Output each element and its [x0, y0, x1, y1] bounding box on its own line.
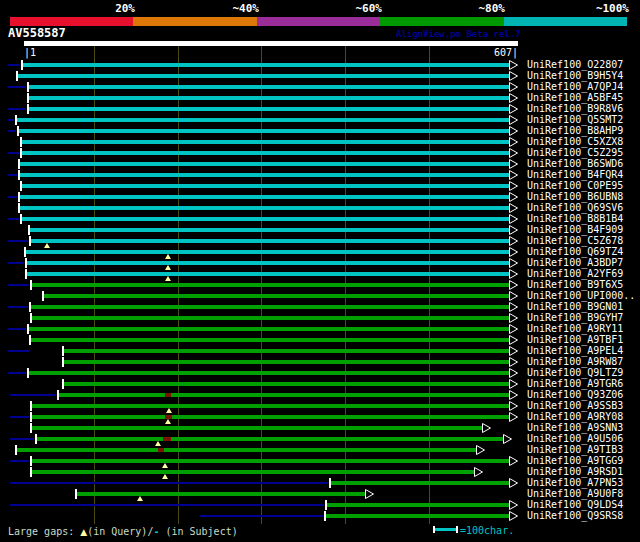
hit-label[interactable]: UniRef100_A3BDP7: [527, 257, 623, 268]
hit-label[interactable]: UniRef100_A9RW87: [527, 356, 623, 367]
hit-label[interactable]: UniRef100_B9GYH7: [527, 312, 623, 323]
alignment-bar[interactable]: [21, 184, 510, 188]
hit-label[interactable]: UniRef100_C5Z678: [527, 235, 623, 246]
hit-label[interactable]: UniRef100_B6UBN8: [527, 191, 623, 202]
alignment-bar[interactable]: [28, 85, 510, 89]
query-gap-marker: [165, 265, 171, 270]
hit-label[interactable]: UniRef100_B6SWD6: [527, 158, 623, 169]
hit-label[interactable]: UniRef100_B9R8V6: [527, 103, 623, 114]
alignment-bar[interactable]: [330, 481, 510, 485]
hit-label[interactable]: UniRef100_A9RY11: [527, 323, 623, 334]
alignment-bar[interactable]: [19, 206, 510, 210]
hit-label[interactable]: UniRef100_A9U506: [527, 433, 623, 444]
identity-scale-segment: [380, 17, 504, 26]
hit-label[interactable]: UniRef100_A7QPJ4: [527, 81, 623, 92]
alignment-bar[interactable]: [17, 74, 510, 78]
hit-label[interactable]: UniRef100_A9PEL4: [527, 345, 623, 356]
alignment-bar[interactable]: [16, 118, 510, 122]
hit-label[interactable]: UniRef100_A9TGR6: [527, 378, 623, 389]
hit-label[interactable]: UniRef100_B4FQR4: [527, 169, 623, 180]
hit-label[interactable]: UniRef100_A2YF69: [527, 268, 623, 279]
alignment-bar[interactable]: [19, 195, 510, 199]
alignment-bar[interactable]: [22, 63, 510, 67]
alignment-bar[interactable]: [43, 294, 510, 298]
hit-label[interactable]: UniRef100_C5XZX8: [527, 136, 623, 147]
alignment-bar[interactable]: [63, 360, 510, 364]
hit-label[interactable]: UniRef100_Q93Z06: [527, 389, 623, 400]
hit-label[interactable]: UniRef100_C5Z295: [527, 147, 623, 158]
alignment-bar[interactable]: [28, 96, 510, 100]
alignment-bar[interactable]: [26, 272, 510, 276]
alignment-bar[interactable]: [19, 173, 510, 177]
alignment-bar[interactable]: [31, 426, 483, 430]
hit-label[interactable]: UniRef100_B9T6X5: [527, 279, 623, 290]
alignment-bar[interactable]: [76, 492, 366, 496]
hit-label[interactable]: UniRef100_B8B1B4: [527, 213, 623, 224]
alignment-bar[interactable]: [325, 514, 510, 518]
hit-label[interactable]: UniRef100_O22807: [527, 59, 623, 70]
hit-label[interactable]: UniRef100_A9TIB3: [527, 444, 623, 455]
alignment-bar[interactable]: [21, 217, 510, 221]
alignment-bar[interactable]: [31, 459, 510, 463]
alignment-arrow-icon: [509, 510, 519, 522]
alignment-bar[interactable]: [29, 228, 510, 232]
hit-label[interactable]: UniRef100_A9SSB3: [527, 400, 623, 411]
alignment-bar[interactable]: [326, 503, 510, 507]
hit-label[interactable]: UniRef100_B9GN01: [527, 301, 623, 312]
alignment-bar[interactable]: [28, 327, 510, 331]
alignment-bar[interactable]: [30, 338, 510, 342]
hit-label[interactable]: UniRef100_A7PN53: [527, 477, 623, 488]
alignment-bar[interactable]: [31, 316, 510, 320]
hit-label[interactable]: UniRef100_C0PE95: [527, 180, 623, 191]
identity-scale-label: ~80%: [479, 2, 506, 15]
identity-scale-segment: [504, 17, 627, 26]
alignment-bar[interactable]: [58, 393, 510, 397]
query-gap-marker: [162, 474, 168, 479]
gap-legend: Large gaps: ▲(in Query)/- (in Subject): [8, 525, 238, 539]
query-uncovered-line: [10, 438, 34, 440]
hit-label[interactable]: UniRef100_Q5SMT2: [527, 114, 623, 125]
alignment-bar[interactable]: [16, 448, 477, 452]
hit-label[interactable]: UniRef100_B9H5Y4: [527, 70, 623, 81]
alignment-start-tick: [27, 368, 29, 378]
hit-label[interactable]: UniRef100_Q69SV6: [527, 202, 623, 213]
alignment-bar[interactable]: [31, 470, 475, 474]
alignment-bar[interactable]: [31, 283, 510, 287]
alignment-start-tick: [27, 104, 29, 114]
alignment-bar[interactable]: [21, 151, 510, 155]
hit-label[interactable]: UniRef100_B4F909: [527, 224, 623, 235]
hit-label[interactable]: UniRef100_A9RSD1: [527, 466, 623, 477]
alignment-bar[interactable]: [28, 371, 510, 375]
hit-label[interactable]: UniRef100_Q9LDS4: [527, 499, 623, 510]
hit-label[interactable]: UniRef100_A9TBF1: [527, 334, 623, 345]
hit-label[interactable]: UniRef100_Q9SRS8: [527, 510, 623, 521]
scale-legend-tick-left: [433, 526, 435, 533]
alignment-bar[interactable]: [19, 162, 510, 166]
alignment-bar[interactable]: [31, 415, 510, 419]
hit-label[interactable]: UniRef100_A9U0F8: [527, 488, 623, 499]
alignment-bar[interactable]: [26, 261, 510, 265]
hit-label[interactable]: UniRef100_Q9LTZ9: [527, 367, 623, 378]
hit-label[interactable]: UniRef100_Q69TZ4: [527, 246, 623, 257]
hit-label[interactable]: UniRef100_UPI000..: [527, 290, 635, 301]
alignment-bar[interactable]: [30, 239, 510, 243]
hit-label[interactable]: UniRef100_A9SNN3: [527, 422, 623, 433]
subject-gap-marker: [163, 437, 171, 441]
alignment-bar[interactable]: [30, 305, 510, 309]
alignment-bar[interactable]: [63, 382, 510, 386]
alignment-bar[interactable]: [63, 349, 510, 353]
alignment-start-tick: [30, 280, 32, 290]
hit-label[interactable]: UniRef100_A5BF45: [527, 92, 623, 103]
alignment-bar[interactable]: [25, 250, 510, 254]
hit-label[interactable]: UniRef100_A9TGG9: [527, 455, 623, 466]
alignment-start-tick: [20, 181, 22, 191]
identity-scale-label: ~100%: [596, 2, 629, 15]
alignment-bar[interactable]: [31, 404, 510, 408]
alignview-graphic: 20%~40%~60%~80%~100% AV558587 AlignView.…: [0, 0, 640, 542]
hit-label[interactable]: UniRef100_B8AHP9: [527, 125, 623, 136]
alignment-bar[interactable]: [18, 129, 510, 133]
alignment-bar[interactable]: [21, 140, 510, 144]
hit-label[interactable]: UniRef100_A9RY08: [527, 411, 623, 422]
alignment-bar[interactable]: [28, 107, 510, 111]
alignment-bar[interactable]: [36, 437, 504, 441]
